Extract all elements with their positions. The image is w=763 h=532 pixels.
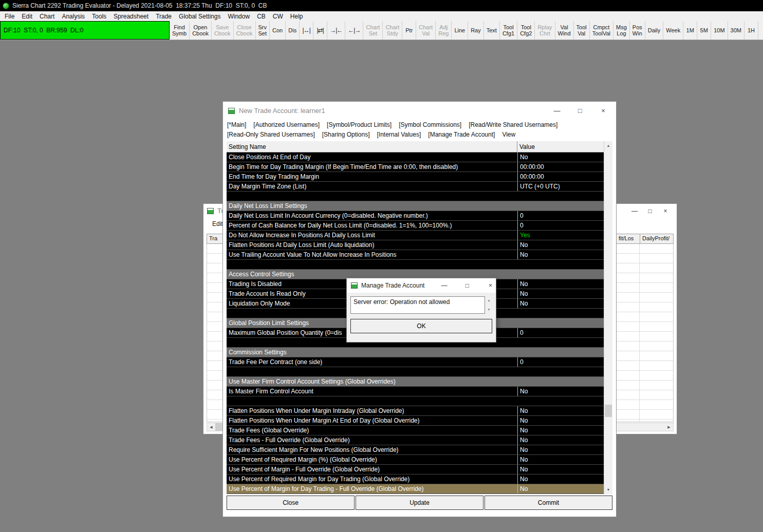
toolbar-icon-button[interactable]: →|← <box>327 21 345 40</box>
menu-item[interactable]: File <box>1 13 18 20</box>
toolbar-icon-button[interactable]: |↔| <box>300 21 313 40</box>
scroll-left-icon[interactable]: ◀ <box>207 423 215 431</box>
dialog-button[interactable]: Close <box>227 496 355 510</box>
dialog-menu-item[interactable]: View <box>502 130 515 139</box>
toolbar-button[interactable]: Adj Reg <box>436 21 452 40</box>
toolbar-button[interactable]: Ptr <box>402 21 416 40</box>
toolbar-button[interactable]: Rplay Chrt <box>535 21 555 40</box>
settings-row[interactable]: Use Percent of Required Margin for Day T… <box>227 474 604 484</box>
settings-row[interactable]: Is Master Firm Control Account No <box>227 387 604 396</box>
toolbar-button[interactable]: Tool Cfg1 <box>500 21 517 40</box>
toolbar-button[interactable]: Chart Set <box>363 21 383 40</box>
menu-item[interactable]: Analysis <box>58 13 88 20</box>
toolbar-button[interactable]: Daily <box>645 21 663 40</box>
toolbar-button[interactable]: Ray <box>468 21 484 40</box>
app-title-bar[interactable]: Sierra Chart 2292 Trading Evaluator - De… <box>0 0 763 11</box>
toolbar-button[interactable]: Chart Stdy <box>383 21 402 40</box>
settings-row[interactable]: Flatten Positions When Under Margin Intr… <box>227 406 604 416</box>
toolbar-button[interactable]: Tool Val <box>574 21 590 40</box>
settings-row[interactable]: End Time for Day Trading Margin 00:00:00 <box>227 172 604 182</box>
toolbar-button[interactable]: Week <box>663 21 683 40</box>
scrollbar-thumb[interactable] <box>605 405 612 417</box>
toolbar-button[interactable]: 10M <box>711 21 728 40</box>
settings-row[interactable]: Close Positions At End of Day No <box>227 153 604 162</box>
toolbar-button[interactable]: Dis <box>286 21 300 40</box>
dialog-button[interactable]: Commit <box>485 496 612 510</box>
menu-item[interactable]: Tools <box>88 13 110 20</box>
maximize-button[interactable]: □ <box>642 207 658 215</box>
toolbar-button[interactable]: Tool Cfg2 <box>517 21 535 40</box>
toolbar-button[interactable]: Line <box>452 21 468 40</box>
menu-item[interactable]: CW <box>269 13 287 20</box>
dialog-menu-item[interactable]: [*Main] <box>227 121 246 129</box>
maximize-button[interactable]: □ <box>572 107 588 115</box>
minimize-button[interactable]: — <box>437 281 451 290</box>
minimize-button[interactable]: — <box>627 207 642 215</box>
toolbar-icon-button[interactable]: |⇄| <box>313 21 327 40</box>
settings-row[interactable] <box>227 367 604 377</box>
toolbar-button[interactable]: Msg Log <box>613 21 630 40</box>
settings-row[interactable]: Do Not Allow Increase In Positions At Da… <box>227 231 604 240</box>
scroll-up-icon[interactable]: ▲ <box>486 297 492 304</box>
toolbar-button[interactable]: Srv Set <box>256 21 270 40</box>
settings-row[interactable]: Trade Fees - Full Override (Global Overr… <box>227 435 604 445</box>
menu-item[interactable]: Global Settings <box>175 13 224 20</box>
scroll-down-icon[interactable]: ▼ <box>604 485 612 494</box>
settings-row[interactable]: Use Master Firm Control Account Settings… <box>227 377 604 387</box>
toolbar-button[interactable]: Chart Val <box>416 21 436 40</box>
vertical-scrollbar[interactable]: ▲ ▼ <box>604 141 612 494</box>
settings-row[interactable] <box>227 396 604 406</box>
close-button[interactable]: × <box>658 207 673 215</box>
menu-item[interactable]: Help <box>287 13 307 20</box>
settings-row[interactable]: Begin Time for Day Trading Margin (If Be… <box>227 162 604 172</box>
dialog-title-bar[interactable]: New Trade Account: learner1 — □ × <box>223 102 616 120</box>
dialog-menu-item[interactable]: [Read-Only Shared Usernames] <box>227 130 315 139</box>
dialog-menu-item[interactable]: [Read/Write Shared Usernames] <box>469 121 557 129</box>
settings-row[interactable]: Day Margin Time Zone (List) UTC (+0 UTC) <box>227 182 604 192</box>
dialog-button[interactable]: Update <box>356 496 483 510</box>
dialog-menu-item[interactable]: [Symbol/Product Limits] <box>327 121 392 129</box>
toolbar-button[interactable]: 30M <box>728 21 745 40</box>
modal-title-bar[interactable]: Manage Trade Account — □ × <box>347 278 496 293</box>
toolbar-button[interactable]: Cmpct ToolVal <box>590 21 613 40</box>
settings-row[interactable]: Require Sufficient Margin For New Positi… <box>227 445 604 455</box>
settings-row[interactable]: Flatten Positions At Daily Loss Limit (A… <box>227 240 604 250</box>
scroll-down-icon[interactable]: ▼ <box>486 306 492 313</box>
toolbar-button[interactable]: 5M <box>697 21 711 40</box>
settings-row[interactable]: Trade Fee Per Contract (one side) 0 <box>227 357 604 367</box>
ok-button[interactable]: OK <box>350 319 492 333</box>
toolbar-button[interactable]: Close Cbook <box>234 21 256 40</box>
settings-row[interactable]: Trade Fees (Global Override) No <box>227 426 604 435</box>
scroll-right-icon[interactable]: ▶ <box>665 423 673 431</box>
settings-row[interactable]: Percent of Cash Balance for Daily Net Lo… <box>227 221 604 231</box>
toolbar-button[interactable]: Save Cbook <box>212 21 234 40</box>
minimize-button[interactable]: — <box>549 107 565 115</box>
scrollbar-track[interactable] <box>604 150 612 485</box>
close-button[interactable]: × <box>595 107 611 115</box>
toolbar-button[interactable]: Pos Win <box>630 21 645 40</box>
dialog-menu-item[interactable]: [Internal Values] <box>377 130 421 139</box>
toolbar-button[interactable]: Find Symb <box>170 21 190 40</box>
toolbar-button[interactable]: Open Cbook <box>190 21 212 40</box>
settings-row[interactable]: Daily Net Loss Limit Settings <box>227 201 604 211</box>
dialog-menu-item[interactable]: [Symbol Commissions] <box>399 121 461 129</box>
scroll-up-icon[interactable]: ▲ <box>604 141 612 150</box>
menu-item[interactable]: Chart <box>36 13 58 20</box>
settings-row[interactable] <box>227 192 604 201</box>
menu-item[interactable]: CB <box>253 13 269 20</box>
menu-item[interactable]: Window <box>224 13 253 20</box>
settings-row[interactable] <box>227 260 604 270</box>
toolbar-button[interactable]: 1M <box>683 21 697 40</box>
toolbar-button[interactable]: Con <box>270 21 286 40</box>
toolbar-button[interactable]: Val Wind <box>555 21 574 40</box>
dialog-menu-item[interactable]: [Manage Trade Account] <box>428 130 495 139</box>
toolbar-button[interactable]: Text <box>484 21 500 40</box>
settings-row[interactable]: Flatten Positions When Under Margin At E… <box>227 416 604 426</box>
menu-item[interactable]: Trade <box>152 13 175 20</box>
maximize-button[interactable]: □ <box>460 281 474 290</box>
dialog-menu-item[interactable]: [Sharing Options] <box>322 130 370 139</box>
toolbar-button[interactable]: 1H <box>745 21 758 40</box>
menu-item[interactable]: Edit <box>18 13 36 20</box>
settings-row[interactable]: Use Percent of Margin for Day Trading - … <box>227 484 604 494</box>
close-button[interactable]: × <box>483 281 497 290</box>
